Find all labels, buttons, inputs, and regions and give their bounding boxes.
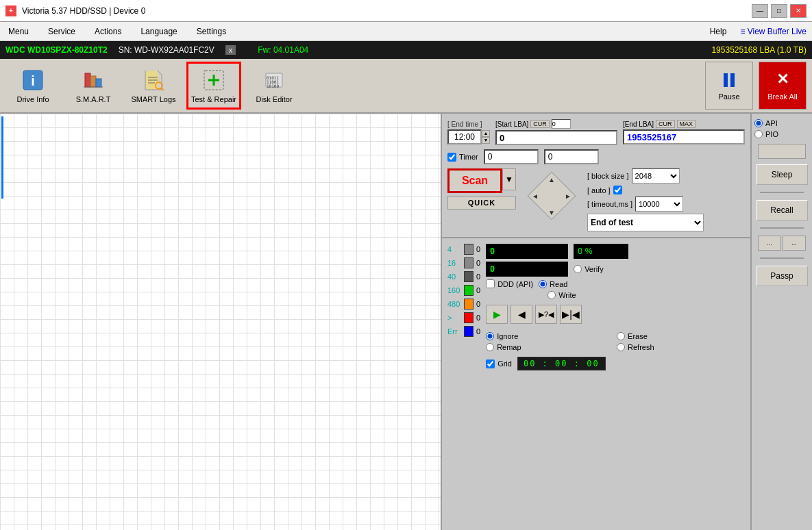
scan-grid-background [0,114,441,530]
break-all-button[interactable]: ✕ Break All [759,62,807,110]
timeout-label: [ timeout,ms ] [587,200,632,208]
scan-dropdown-button[interactable]: ▼ [502,168,516,190]
sleep-button[interactable]: Sleep [756,164,808,185]
pio-option[interactable]: PIO [754,130,809,138]
menu-language[interactable]: Language [138,25,180,38]
start-lba-group: [Start LBA] CUR [495,119,617,145]
end-lba-input[interactable] [623,129,745,144]
ignore-option[interactable]: Ignore [486,332,614,340]
ignore-radio[interactable] [486,332,494,340]
view-buffer-button[interactable]: ≡ View Buffer Live [740,27,807,36]
play-button[interactable]: ▶ [486,305,508,324]
auto-checkbox[interactable] [613,186,622,194]
menu-settings[interactable]: Settings [194,25,229,38]
write-label: Write [558,291,576,299]
menu-service[interactable]: Service [45,25,78,38]
smart-icon [81,68,106,92]
scan-btn-row: Scan ▼ [447,168,516,193]
menu-menu[interactable]: Menu [5,25,32,38]
timeout-select[interactable]: 10000 5000 15000 [635,197,683,212]
test-repair-button[interactable]: Test & Repair [186,62,241,110]
ddd-checkbox-label[interactable]: DDD (API) [486,279,533,288]
timer-label: Timer [459,153,478,161]
verify-radio[interactable] [574,265,582,273]
timer-end-input[interactable] [544,149,599,164]
sidebar-separator-2 [760,227,804,229]
cur-value-1[interactable] [552,119,571,129]
drive-info-button[interactable]: i Drive Info [5,62,60,110]
cur-button-1[interactable]: CUR [530,120,550,128]
test-repair-label: Test & Repair [191,95,236,103]
scan-button[interactable]: Scan [447,168,502,193]
verify-option[interactable]: Verify [574,265,604,273]
grid-checkbox-label[interactable]: Grid [486,359,512,368]
recall-button[interactable]: Recall [756,200,808,220]
stat-40ms: 40 0 [447,271,480,282]
refresh-option[interactable]: Refresh [617,343,745,351]
combined-panel: 4 0 16 0 40 0 [447,244,745,370]
unknown-small-btn[interactable] [758,144,806,159]
skip-end-button[interactable]: ▶|◀ [560,305,582,324]
timer-checkbox-label[interactable]: Timer [447,153,478,162]
pio-radio[interactable] [754,130,763,138]
device-close-button[interactable]: x [225,45,236,55]
nav-left-button[interactable]: ◄ [528,189,542,203]
stat-160ms: 160 0 [447,285,480,296]
smart-button[interactable]: S.M.A.R.T [66,62,121,110]
scan-position-indicator [1,116,3,199]
refresh-radio[interactable] [617,343,625,351]
minimize-button[interactable]: — [752,4,768,18]
erase-option[interactable]: Erase [617,332,745,340]
menu-help[interactable]: Help [707,25,730,38]
remap-option[interactable]: Remap [486,343,614,351]
read-option[interactable]: Read [539,280,567,288]
write-option[interactable]: Write [548,291,576,299]
timer-row: Timer [447,149,745,164]
block-size-select[interactable]: 2048 1024 512 [632,168,680,184]
quick-button[interactable]: QUICK [447,196,516,210]
cur-button-2[interactable]: CUR [656,120,675,128]
api-option[interactable]: API [754,119,809,127]
half-btn-2[interactable]: ... [783,236,806,251]
close-button[interactable]: ✕ [790,4,807,18]
smart-logs-label: SMART Logs [131,95,175,103]
nav-right-button[interactable]: ► [561,189,575,203]
read-radio[interactable] [539,280,547,288]
end-time-control: ▲ ▼ [447,129,490,144]
remap-radio[interactable] [486,343,494,351]
start-lba-input[interactable] [495,130,617,145]
pause-button[interactable]: Pause [705,62,753,110]
max-button[interactable]: MAX [677,120,696,128]
time-up-button[interactable]: ▲ [482,130,490,137]
label-40ms: 40 [447,273,461,281]
end-time-input[interactable] [447,129,482,144]
api-label: API [765,119,778,127]
stat-480ms: 480 0 [447,299,480,310]
end-test-row: End of test Pause Off [587,214,704,231]
grid-checkbox[interactable] [486,359,495,368]
smart-logs-button[interactable]: SMART Logs [126,62,181,110]
scan-question-button[interactable]: ▶?◀ [535,305,557,324]
write-radio[interactable] [548,291,556,299]
val-480ms: 0 [476,300,480,308]
time-down-button[interactable]: ▼ [482,137,490,144]
menu-actions[interactable]: Actions [92,25,124,38]
svg-text:✕: ✕ [776,71,789,88]
end-test-select[interactable]: End of test Pause Off [587,214,704,231]
stop-button[interactable]: ◀ [510,305,532,324]
title-bar: + Victoria 5.37 HDD/SSD | Device 0 — □ ✕ [0,0,812,22]
ddd-checkbox[interactable] [486,279,495,288]
end-lba-header: [End LBA] CUR MAX [623,120,745,128]
erase-radio[interactable] [617,332,625,340]
timer-checkbox[interactable] [447,153,456,162]
nav-down-button[interactable]: ▼ [545,205,558,219]
maximize-button[interactable]: □ [771,4,787,18]
disk-editor-button[interactable]: 01011 11001 10100 Disk Editor [247,62,302,110]
passp-button[interactable]: Passp [756,266,808,286]
api-radio[interactable] [754,119,763,127]
device-lba: 1953525168 LBA (1.0 TB) [711,45,807,55]
drive-info-icon: i [21,68,45,92]
nav-up-button[interactable]: ▲ [545,173,558,186]
timer-start-input[interactable] [484,149,539,164]
half-btn-1[interactable]: ... [758,236,781,251]
